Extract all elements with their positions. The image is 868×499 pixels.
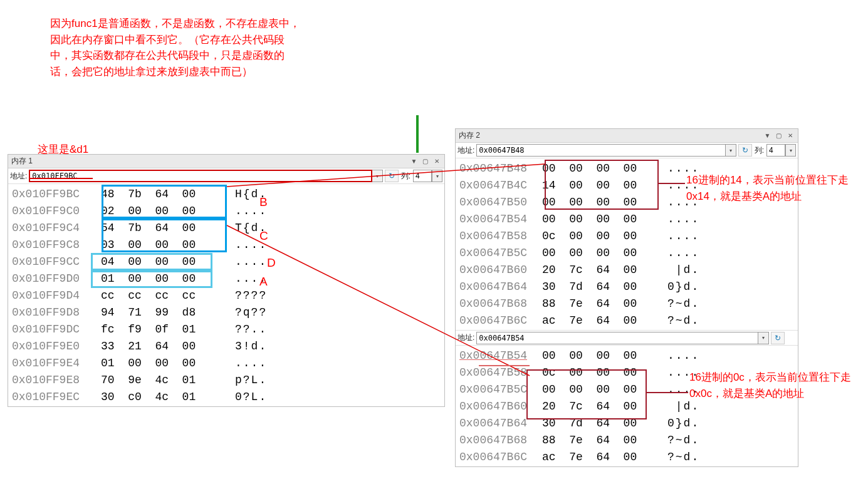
refresh-button-2b[interactable]: ↻ — [771, 332, 785, 344]
mem-ascii: p?L. — [226, 374, 267, 386]
mem-hex: 00 00 00 00 — [542, 213, 661, 225]
mem-addr: 0x010FF9E4 — [8, 357, 101, 369]
address-dropdown-icon[interactable]: ▾ — [372, 170, 383, 182]
struct-label-b: B — [259, 195, 268, 209]
mem-hex: 33 21 64 00 — [101, 340, 226, 352]
panel-1-pin-icon[interactable]: ▢ — [421, 157, 430, 166]
mem-addr: 0x00647B4C — [456, 179, 542, 192]
mem-hex: 00 00 00 00 — [542, 196, 661, 208]
memory-row: 0x010FF9D894 71 99 d8?q?? — [8, 304, 444, 321]
mem-addr: 0x010FF9E0 — [8, 340, 101, 352]
mem-ascii: ?~d. — [661, 451, 699, 463]
memory-row: 0x00647B5400 00 00 00.... — [456, 347, 798, 364]
mem-hex: cc cc cc cc — [101, 289, 226, 302]
memory-row: 0x00647B6888 7e 64 00?~d. — [456, 295, 798, 312]
mem-hex: 70 9e 4c 01 — [101, 374, 226, 386]
mem-addr: 0x00647B6C — [456, 314, 542, 327]
mem-addr: 0x010FF9D0 — [8, 272, 101, 285]
mem-addr: 0x010FF9C8 — [8, 239, 101, 251]
mem-hex: 00 00 00 00 — [542, 247, 661, 259]
mem-hex: 94 71 99 d8 — [101, 306, 226, 319]
mem-ascii: 0?L. — [226, 391, 267, 403]
mem-ascii: ?~d. — [661, 314, 699, 327]
panel-1-dropdown-icon[interactable]: ▼ — [409, 157, 419, 166]
address-dropdown-icon-2b[interactable]: ▾ — [758, 332, 769, 344]
mem-hex: 03 00 00 00 — [101, 239, 226, 251]
mem-addr: 0x010FF9D8 — [8, 306, 101, 319]
memory-row: 0x010FF9E870 9e 4c 01p?L. — [8, 371, 444, 388]
mem-hex: 14 00 00 00 — [542, 179, 661, 192]
annotation-0c-offset: 16进制的0c，表示当前位置往下走0x0c，就是基类A的地址 — [689, 369, 865, 401]
memory-row: 0x00647B6430 7d 64 000}d. — [456, 278, 798, 295]
mem-addr: 0x00647B60 — [456, 264, 542, 276]
annotation-14-offset: 16进制的14，表示当前位置往下走0x14，就是基类A的地址 — [686, 172, 862, 204]
mem-addr: 0x010FF9D4 — [8, 289, 101, 302]
address-label-2a: 地址: — [458, 145, 474, 156]
memory-row: 0x00647B5400 00 00 00.... — [456, 210, 798, 227]
panel-2a-address-bar: 地址: ▾ ↻ 列: ▾ — [456, 143, 798, 158]
panel-2-dropdown-icon[interactable]: ▼ — [763, 131, 772, 140]
mem-hex: 30 7d 64 00 — [542, 417, 661, 430]
mem-addr: 0x010FF9DC — [8, 323, 101, 336]
memory-row: 0x00647B6888 7e 64 00?~d. — [456, 431, 798, 448]
mem-addr: 0x00647B48 — [456, 162, 542, 175]
mem-hex: 30 c0 4c 01 — [101, 391, 226, 403]
mem-hex: 48 7b 64 00 — [101, 188, 226, 200]
mem-hex: 30 7d 64 00 — [542, 280, 661, 293]
memory-row: 0x00647B5C00 00 00 00.... — [456, 244, 798, 261]
address-input-2b[interactable] — [476, 332, 758, 344]
struct-label-c: C — [259, 229, 268, 243]
address-label-2b: 地址: — [458, 332, 474, 343]
address-input-1[interactable] — [29, 170, 372, 182]
mem-addr: 0x010FF9E8 — [8, 374, 101, 386]
mem-ascii: |d. — [661, 264, 699, 276]
refresh-button-2a[interactable]: ↻ — [738, 144, 752, 157]
memory-row: 0x010FF9EC30 c0 4c 010?L. — [8, 388, 444, 405]
address-input-2a[interactable] — [476, 144, 725, 157]
mem-addr: 0x00647B54 — [456, 213, 542, 225]
mem-hex: 88 7e 64 00 — [542, 297, 661, 310]
columns-label: 列: — [401, 171, 410, 182]
memory-row: 0x00647B6430 7d 64 000}d. — [456, 414, 798, 431]
mem-addr: 0x00647B6C — [456, 451, 542, 463]
memory-row: 0x00647B580c 00 00 00.... — [456, 227, 798, 244]
mem-hex: 01 00 00 00 — [101, 357, 226, 369]
memory-row: 0x010FF9E401 00 00 00.... — [8, 354, 444, 371]
memory-row: 0x010FF9E033 21 64 003!d. — [8, 337, 444, 354]
panel-2-pin-icon[interactable]: ▢ — [774, 131, 783, 140]
mem-ascii: .... — [661, 213, 699, 225]
memory-row: 0x010FF9CC04 00 00 00.... — [8, 253, 444, 270]
memory-row: 0x00647B6Cac 7e 64 00?~d. — [456, 312, 798, 329]
mem-ascii: .... — [226, 255, 267, 268]
mem-hex: 01 00 00 00 — [101, 272, 226, 285]
splitter-bar[interactable] — [416, 115, 419, 153]
struct-label-d: D — [267, 256, 276, 270]
mem-ascii: .... — [661, 230, 699, 242]
mem-hex: 02 00 00 00 — [101, 205, 226, 217]
refresh-button[interactable]: ↻ — [385, 170, 399, 182]
columns-input-1[interactable] — [413, 170, 432, 182]
memory-2b-body: 0x00647B5400 00 00 00....0x00647B580c 00… — [456, 346, 798, 466]
panel-2b-address-bar: 地址: ▾ ↻ — [456, 330, 798, 346]
memory-row: 0x010FF9C454 7b 64 00T{d. — [8, 219, 444, 236]
panel-1-close-icon[interactable]: ✕ — [432, 157, 441, 166]
mem-hex: 0c 00 00 00 — [542, 230, 661, 242]
mem-ascii: ?q?? — [226, 306, 267, 319]
columns-input-2a[interactable] — [766, 144, 785, 157]
columns-dropdown-icon[interactable]: ▾ — [432, 170, 442, 182]
mem-addr: 0x010FF9C0 — [8, 205, 101, 217]
panel-2-close-icon[interactable]: ✕ — [785, 131, 795, 140]
mem-addr: 0x00647B5C — [456, 383, 542, 396]
mem-ascii: 0}d. — [661, 417, 699, 430]
address-dropdown-icon-2a[interactable]: ▾ — [726, 144, 736, 157]
mem-addr: 0x00647B60 — [456, 400, 542, 413]
mem-addr: 0x00647B64 — [456, 417, 542, 430]
mem-addr: 0x00647B58 — [456, 230, 542, 242]
mem-addr: 0x010FF9C4 — [8, 222, 101, 234]
columns-dropdown-icon-2a[interactable]: ▾ — [785, 144, 796, 157]
mem-addr: 0x010FF9CC — [8, 255, 101, 268]
mem-ascii: 0}d. — [661, 280, 699, 293]
mem-addr: 0x010FF9EC — [8, 391, 101, 403]
columns-label-2a: 列: — [755, 145, 764, 156]
mem-hex: 20 7c 64 00 — [542, 400, 661, 413]
